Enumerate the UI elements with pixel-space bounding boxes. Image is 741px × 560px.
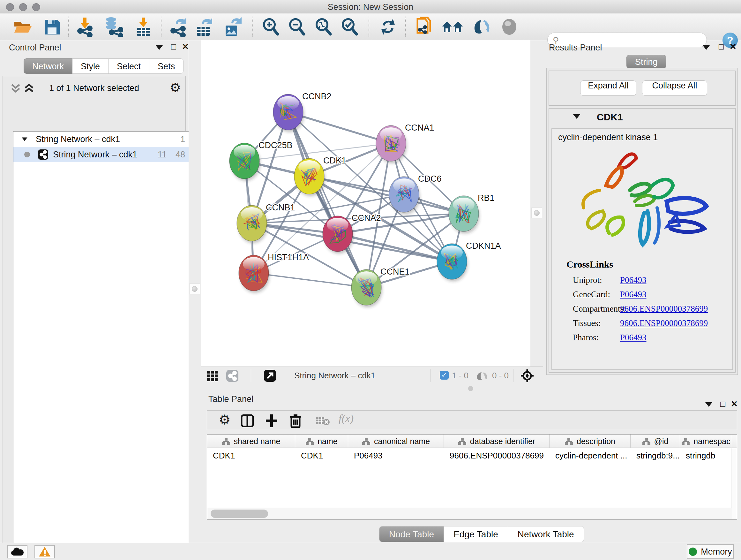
table-cell[interactable]: CDK1 [207, 449, 295, 462]
zoom-out-icon[interactable] [287, 17, 307, 37]
node-CCNA2[interactable]: CCNA2 [323, 213, 381, 254]
column-header-description[interactable]: description [549, 435, 630, 448]
import-table-icon[interactable] [135, 17, 152, 37]
column-header-canonical-name[interactable]: canonical name [348, 435, 444, 448]
open-in-window-icon[interactable] [264, 369, 276, 382]
open-session-icon[interactable] [13, 18, 31, 35]
network-collection-row[interactable]: String Network – cdk1 1 [13, 132, 190, 147]
left-splitter-handle[interactable] [189, 284, 200, 294]
node-label-CDC6: CDC6 [418, 174, 442, 184]
column-header--id[interactable]: @id [630, 435, 680, 448]
import-database-icon[interactable] [104, 17, 123, 37]
node-CDKN1A[interactable]: CDKN1A [437, 241, 501, 282]
table-cell[interactable]: 9606.ENSP00000378699 [444, 449, 549, 462]
column-header-name[interactable]: name [295, 435, 348, 448]
tab-style[interactable]: Style [72, 58, 109, 74]
table-settings-gear-icon[interactable]: ⚙ [219, 412, 231, 428]
node-CCNE1[interactable]: CCNE1 [351, 267, 410, 307]
cloud-button[interactable] [7, 545, 27, 558]
network-share-toggle-icon[interactable] [226, 369, 239, 382]
table-cell[interactable]: stringdb:9... [630, 449, 680, 462]
node-CDC25B[interactable]: CDC25B [229, 140, 293, 181]
scrollbar-thumb[interactable] [211, 509, 268, 518]
bottom-splitter-handle[interactable] [468, 386, 473, 391]
selected-checkbox-icon[interactable]: ✓ [440, 371, 449, 380]
network-row[interactable]: String Network – cdk1 11 48 [13, 147, 190, 162]
tab-network[interactable]: Network [23, 58, 72, 74]
crosslink-link[interactable]: P06493 [620, 275, 647, 285]
right-splitter[interactable] [530, 40, 543, 384]
tab-sets[interactable]: Sets [149, 58, 184, 74]
node-RB1[interactable]: RB1 [449, 193, 495, 234]
edge-CCNE1-HIST1H1A[interactable] [254, 273, 366, 287]
create-column-icon[interactable] [265, 414, 278, 428]
recenter-crosshair-icon[interactable] [520, 369, 534, 383]
control-panel-float-icon[interactable] [156, 45, 163, 50]
collection-caret-icon[interactable] [22, 137, 27, 141]
network-graph[interactable]: CCNB2CCNA1CDC25BCDK1CDC6RB1CCNB1CCNA2CDK… [201, 40, 530, 367]
node-HIST1H1A[interactable]: HIST1H1A [239, 253, 309, 293]
import-network-icon[interactable] [76, 17, 94, 37]
hide-graphics-details-icon[interactable] [472, 17, 491, 36]
table-cell[interactable]: CDK1 [295, 449, 348, 462]
results-panel-float-icon[interactable] [703, 45, 710, 50]
left-splitter[interactable] [189, 40, 201, 543]
table-cell[interactable]: P06493 [348, 449, 444, 462]
right-splitter-handle[interactable] [531, 207, 542, 219]
column-header-shared-name[interactable]: shared name [207, 435, 295, 448]
column-header-database-identifier[interactable]: database identifier [444, 435, 549, 448]
node-CCNB2[interactable]: CCNB2 [273, 91, 332, 132]
export-image-icon[interactable] [224, 17, 242, 37]
tab-node-table[interactable]: Node Table [379, 526, 444, 542]
network-from-selection-icon[interactable] [415, 16, 434, 37]
tab-network-table[interactable]: Network Table [508, 526, 584, 542]
network-options-gear-icon[interactable]: ⚙ [170, 80, 181, 95]
table-tabs: Node Table Edge Table Network Table [379, 526, 584, 542]
zoom-in-icon[interactable] [261, 17, 280, 37]
zoom-fit-icon[interactable] [314, 17, 333, 37]
control-panel-undock-icon[interactable]: □ [171, 42, 176, 52]
table-panel-float-icon[interactable] [705, 402, 712, 407]
table-horizontal-scrollbar[interactable] [207, 508, 732, 519]
network-canvas[interactable]: CCNB2CCNA1CDC25BCDK1CDC6RB1CCNB1CCNA2CDK… [201, 40, 530, 367]
results-panel-close-icon[interactable]: ✕ [730, 42, 737, 52]
crosslink-link[interactable]: 9606.ENSP00000378699 [620, 304, 708, 314]
column-header-namespac[interactable]: namespac [680, 435, 732, 448]
save-session-icon[interactable] [44, 18, 60, 35]
export-network-icon[interactable] [170, 17, 188, 37]
node-CDC6[interactable]: CDC6 [389, 174, 442, 214]
node-CCNB1[interactable]: CCNB1 [237, 203, 295, 243]
tab-select[interactable]: Select [109, 58, 149, 74]
string-home-icon[interactable] [442, 18, 463, 36]
layout-refresh-icon[interactable] [379, 17, 397, 36]
table-cell[interactable]: stringdb [680, 449, 732, 462]
zoom-selected-icon[interactable] [340, 17, 359, 37]
protein-collapse-caret-icon[interactable] [573, 114, 580, 119]
control-panel-tabs: Network Style Select Sets [23, 58, 184, 74]
memory-button[interactable]: Memory [687, 544, 734, 559]
warning-button[interactable] [35, 545, 55, 558]
bottom-splitter[interactable] [203, 384, 741, 393]
delete-column-icon[interactable] [289, 413, 301, 428]
node-label-CCNA1: CCNA1 [405, 123, 434, 132]
collapse-all-button[interactable]: Collapse All [642, 80, 707, 96]
tab-edge-table[interactable]: Edge Table [444, 526, 508, 542]
node-table[interactable]: shared namenamecanonical namedatabase id… [207, 434, 737, 520]
export-table-icon[interactable] [195, 17, 213, 37]
crosslink-link[interactable]: P06493 [620, 333, 647, 343]
results-panel-undock-icon[interactable]: □ [719, 42, 724, 52]
show-columns-icon[interactable] [241, 415, 254, 427]
show-graphics-details-icon[interactable] [501, 18, 518, 36]
table-panel-undock-icon[interactable]: □ [720, 399, 725, 409]
hierarchy-icon [642, 438, 650, 445]
table-panel-close-icon[interactable]: ✕ [731, 399, 738, 409]
crosslink-link[interactable]: P06493 [620, 290, 647, 300]
control-panel-close-icon[interactable]: ✕ [182, 42, 189, 52]
expand-all-button[interactable]: Expand All [580, 80, 636, 96]
table-row[interactable]: CDK1CDK1P064939606.ENSP00000378699cyclin… [207, 449, 737, 462]
birds-eye-view-icon[interactable] [207, 370, 218, 381]
node-CDK1[interactable]: CDK1 [294, 156, 346, 196]
crosslink-link[interactable]: 9606.ENSP00000378699 [620, 318, 708, 328]
tab-string[interactable]: String [626, 55, 666, 68]
table-cell[interactable]: cyclin-dependent ... [549, 449, 630, 462]
